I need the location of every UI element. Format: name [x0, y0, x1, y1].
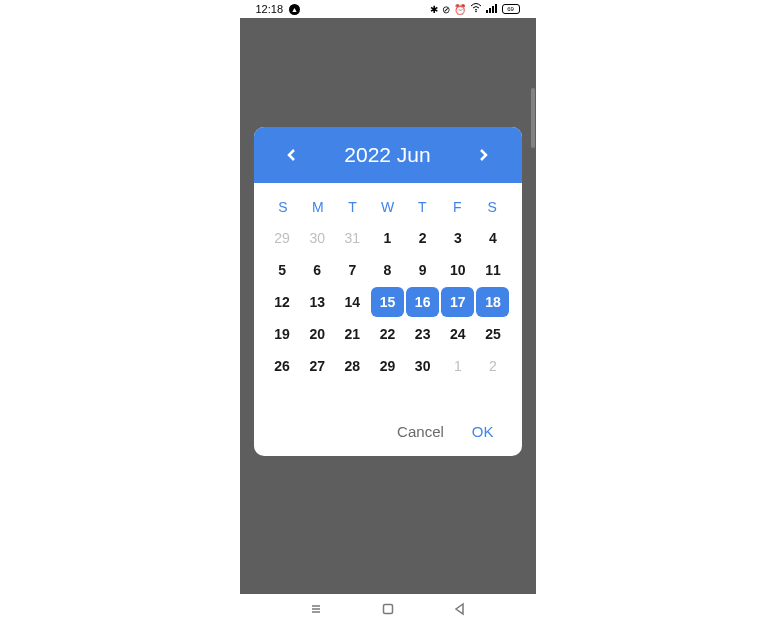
svg-rect-4 [495, 4, 497, 13]
day-cell[interactable]: 16 [406, 287, 439, 317]
day-cell[interactable]: 21 [336, 319, 369, 349]
day-cell[interactable]: 15 [371, 287, 404, 317]
day-cell[interactable]: 8 [371, 255, 404, 285]
day-cell[interactable]: 6 [301, 255, 334, 285]
weekday-header: T [335, 191, 370, 223]
alarm-icon: ⏰ [454, 4, 466, 15]
day-cell[interactable]: 24 [441, 319, 474, 349]
day-cell[interactable]: 23 [406, 319, 439, 349]
calendar-header: 2022 Jun [254, 127, 522, 183]
day-cell[interactable]: 3 [441, 223, 474, 253]
day-cell[interactable]: 5 [266, 255, 299, 285]
square-icon [381, 602, 395, 616]
status-app-icon: ▲ [289, 4, 300, 15]
chevron-left-icon [286, 147, 298, 163]
weekday-header: S [266, 191, 301, 223]
day-cell[interactable]: 7 [336, 255, 369, 285]
weekday-header: T [405, 191, 440, 223]
chevron-right-icon [477, 147, 489, 163]
status-bar: 12:18 ▲ ✱ ⊘ ⏰ 69 [240, 0, 536, 18]
svg-point-0 [475, 11, 477, 13]
recent-apps-button[interactable] [308, 601, 324, 617]
day-cell[interactable]: 31 [336, 223, 369, 253]
day-cell[interactable]: 22 [371, 319, 404, 349]
day-cell[interactable]: 10 [441, 255, 474, 285]
prev-month-button[interactable] [282, 145, 302, 165]
day-cell[interactable]: 20 [301, 319, 334, 349]
day-cell[interactable]: 12 [266, 287, 299, 317]
menu-icon [309, 602, 323, 616]
day-cell[interactable]: 29 [371, 351, 404, 381]
next-month-button[interactable] [473, 145, 493, 165]
day-cell[interactable]: 2 [406, 223, 439, 253]
wifi-icon [470, 3, 482, 15]
day-cell[interactable]: 2 [476, 351, 509, 381]
status-time: 12:18 [256, 3, 284, 15]
day-cell[interactable]: 1 [371, 223, 404, 253]
days-grid: 2930311234567891011121314151617181920212… [266, 223, 510, 381]
dialog-actions: Cancel OK [254, 405, 522, 456]
dnd-icon: ⊘ [442, 4, 450, 15]
day-cell[interactable]: 30 [406, 351, 439, 381]
phone-screen: 12:18 ▲ ✱ ⊘ ⏰ 69 2022 Jun [240, 0, 536, 624]
day-cell[interactable]: 26 [266, 351, 299, 381]
calendar-body: SMTWTFS 29303112345678910111213141516171… [254, 183, 522, 381]
weekday-header: S [475, 191, 510, 223]
day-cell[interactable]: 28 [336, 351, 369, 381]
ok-button[interactable]: OK [472, 423, 494, 440]
day-cell[interactable]: 17 [441, 287, 474, 317]
svg-rect-2 [489, 8, 491, 13]
day-cell[interactable]: 4 [476, 223, 509, 253]
navigation-bar [240, 594, 536, 624]
day-cell[interactable]: 27 [301, 351, 334, 381]
weekday-header: W [370, 191, 405, 223]
svg-rect-3 [492, 6, 494, 13]
weekday-header: F [440, 191, 475, 223]
status-right: ✱ ⊘ ⏰ 69 [430, 3, 520, 15]
calendar-title[interactable]: 2022 Jun [344, 143, 430, 167]
scroll-indicator[interactable] [531, 88, 535, 148]
back-button[interactable] [452, 601, 468, 617]
battery-icon: 69 [502, 4, 520, 14]
weekdays-row: SMTWTFS [266, 191, 510, 223]
day-cell[interactable]: 25 [476, 319, 509, 349]
cancel-button[interactable]: Cancel [397, 423, 444, 440]
home-button[interactable] [380, 601, 396, 617]
day-cell[interactable]: 13 [301, 287, 334, 317]
day-cell[interactable]: 1 [441, 351, 474, 381]
day-cell[interactable]: 9 [406, 255, 439, 285]
day-cell[interactable]: 11 [476, 255, 509, 285]
svg-rect-1 [486, 10, 488, 13]
status-left: 12:18 ▲ [256, 3, 301, 15]
svg-rect-5 [383, 605, 392, 614]
back-triangle-icon [453, 602, 467, 616]
content-area: 2022 Jun SMTWTFS 29303112345678910111213… [240, 18, 536, 594]
day-cell[interactable]: 29 [266, 223, 299, 253]
weekday-header: M [300, 191, 335, 223]
day-cell[interactable]: 18 [476, 287, 509, 317]
day-cell[interactable]: 14 [336, 287, 369, 317]
signal-icon [486, 3, 498, 15]
bluetooth-icon: ✱ [430, 4, 438, 15]
day-cell[interactable]: 19 [266, 319, 299, 349]
day-cell[interactable]: 30 [301, 223, 334, 253]
calendar-dialog: 2022 Jun SMTWTFS 29303112345678910111213… [254, 127, 522, 456]
